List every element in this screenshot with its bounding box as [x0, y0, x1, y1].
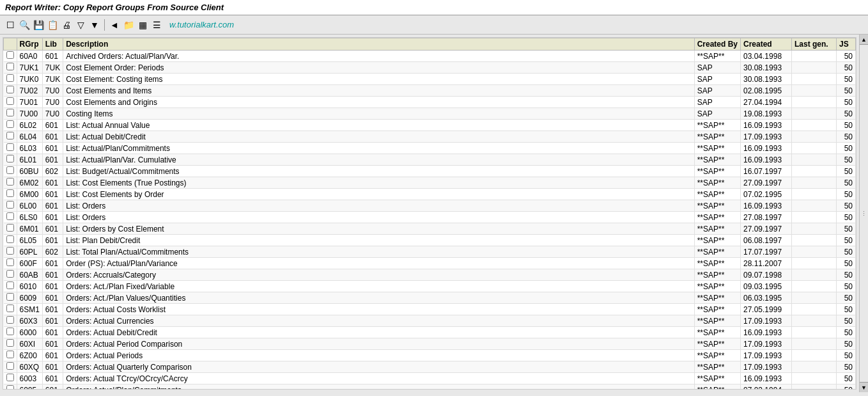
- table-row[interactable]: 7U027U0Cost Elements and ItemsSAP02.08.1…: [4, 85, 856, 97]
- row-checkbox-cell: [4, 246, 17, 258]
- row-checkbox[interactable]: [6, 178, 14, 186]
- row-checkbox[interactable]: [6, 362, 14, 370]
- table-row[interactable]: 6M02601List: Cost Elements (True Posting…: [4, 177, 856, 189]
- cell-js: 50: [837, 166, 856, 177]
- row-checkbox[interactable]: [6, 258, 14, 266]
- row-checkbox[interactable]: [6, 224, 14, 232]
- col-description[interactable]: Description: [63, 38, 694, 51]
- row-checkbox-cell: [4, 108, 17, 120]
- table-row[interactable]: 6L02601List: Actual Annual Value**SAP**1…: [4, 120, 856, 131]
- row-checkbox[interactable]: [6, 120, 14, 128]
- table-row[interactable]: 60XQ601Orders: Actual Quarterly Comparis…: [4, 361, 856, 373]
- table-row[interactable]: 7U017U0Cost Elements and OriginsSAP27.04…: [4, 97, 856, 108]
- table-row[interactable]: 6SM1601Orders: Actual Costs Worklist**SA…: [4, 304, 856, 315]
- row-checkbox[interactable]: [6, 351, 14, 358]
- col-lib[interactable]: Lib: [42, 38, 63, 51]
- table-row[interactable]: 60PL602List: Total Plan/Actual/Commitmen…: [4, 246, 856, 258]
- col-created-on[interactable]: Created: [741, 38, 792, 51]
- table-row[interactable]: 7UK07UKCost Element: Costing itemsSAP30.…: [4, 74, 856, 85]
- cell-created_by: **SAP**: [694, 223, 740, 235]
- row-checkbox[interactable]: [6, 51, 14, 59]
- row-checkbox[interactable]: [6, 86, 14, 93]
- cell-description: Order (PS): Actual/Plan/Variance: [63, 258, 694, 269]
- cell-created_on: 17.09.1993: [741, 315, 792, 327]
- table-row[interactable]: 6M00601List: Cost Elements by Order**SAP…: [4, 189, 856, 200]
- cell-created_on: 17.09.1993: [741, 350, 792, 361]
- cell-description: Cost Element Order: Periods: [63, 62, 694, 74]
- row-checkbox[interactable]: [6, 201, 14, 209]
- table-row[interactable]: 60A0601Archived Orders: Actual/Plan/Var.…: [4, 51, 856, 62]
- cell-created_on: 28.11.2007: [741, 258, 792, 269]
- row-checkbox[interactable]: [6, 293, 14, 301]
- col-last-gen[interactable]: Last gen.: [792, 38, 837, 51]
- table-row[interactable]: 6009601Orders: Act./Plan Values/Quantiti…: [4, 292, 856, 304]
- row-checkbox[interactable]: [6, 166, 14, 174]
- cell-rgrp: 6L02: [17, 120, 42, 131]
- table-row[interactable]: 60XI601Orders: Actual Period Comparison*…: [4, 338, 856, 350]
- row-checkbox[interactable]: [6, 374, 14, 381]
- col-js[interactable]: JS: [837, 38, 856, 51]
- table-row[interactable]: 6Z00601Orders: Actual Periods**SAP**17.0…: [4, 350, 856, 361]
- row-checkbox[interactable]: [6, 235, 14, 243]
- row-checkbox[interactable]: [6, 155, 14, 162]
- cell-js: 50: [837, 235, 856, 246]
- find-icon[interactable]: 🔍: [18, 19, 31, 31]
- new-icon[interactable]: ☐: [4, 19, 17, 31]
- row-checkbox[interactable]: [6, 328, 14, 335]
- row-checkbox[interactable]: [6, 212, 14, 220]
- grid-icon[interactable]: ▦: [136, 19, 149, 31]
- cell-lib: 601: [42, 327, 63, 338]
- row-checkbox[interactable]: [6, 305, 14, 312]
- print-icon[interactable]: 🖨: [60, 19, 73, 31]
- table-row[interactable]: 7UK17UKCost Element Order: PeriodsSAP30.…: [4, 62, 856, 74]
- cell-js: 50: [837, 154, 856, 166]
- row-checkbox[interactable]: [6, 109, 14, 116]
- scroll-up-btn[interactable]: ▲: [860, 35, 868, 45]
- row-checkbox[interactable]: [6, 270, 14, 278]
- row-checkbox[interactable]: [6, 132, 14, 139]
- table-row[interactable]: 6000601Orders: Actual Debit/Credit**SAP*…: [4, 327, 856, 338]
- row-checkbox[interactable]: [6, 189, 14, 197]
- table-row[interactable]: 6L05601List: Plan Debit/Credit**SAP**06.…: [4, 235, 856, 246]
- row-checkbox[interactable]: [6, 74, 14, 82]
- table-row[interactable]: 6003601Orders: Actual TCrcy/OCrcy/CAcrcy…: [4, 373, 856, 384]
- row-checkbox[interactable]: [6, 339, 14, 347]
- col-rgrp[interactable]: RGrp: [17, 38, 42, 51]
- row-checkbox[interactable]: [6, 63, 14, 70]
- filter1-icon[interactable]: ▽: [74, 19, 87, 31]
- table-row[interactable]: 6010601Orders: Act./Plan Fixed/Variable*…: [4, 281, 856, 292]
- table-row[interactable]: 6LS0601List: Orders**SAP**27.08.199750: [4, 212, 856, 223]
- table-row[interactable]: 6L01601List: Actual/Plan/Var. Cumulative…: [4, 154, 856, 166]
- col-created-by[interactable]: Created By: [694, 38, 740, 51]
- table-row[interactable]: 60AB601Orders: Accruals/Category**SAP**0…: [4, 269, 856, 281]
- cell-last_gen: [792, 97, 837, 108]
- row-checkbox[interactable]: [6, 247, 14, 255]
- table-row[interactable]: 6M01601List: Orders by Cost Element**SAP…: [4, 223, 856, 235]
- row-checkbox[interactable]: [6, 97, 14, 105]
- scroll-down-btn[interactable]: ▼: [860, 382, 868, 392]
- scrollbar-right: ▲ ⋮ ▼: [859, 35, 868, 392]
- cell-created_on: 19.08.1993: [741, 108, 792, 120]
- row-checkbox[interactable]: [6, 143, 14, 151]
- cell-js: 50: [837, 304, 856, 315]
- row-checkbox[interactable]: [6, 281, 14, 289]
- table-row[interactable]: 7U007U0Costing ItemsSAP19.08.199350: [4, 108, 856, 120]
- row-checkbox[interactable]: [6, 385, 14, 390]
- row-checkbox[interactable]: [6, 316, 14, 324]
- table-row[interactable]: 6L04601List: Actual Debit/Credit**SAP**1…: [4, 131, 856, 143]
- save-icon[interactable]: 💾: [32, 19, 45, 31]
- list-icon[interactable]: ☰: [150, 19, 163, 31]
- table-row[interactable]: 60X3601Orders: Actual Currencies**SAP**1…: [4, 315, 856, 327]
- back-nav-icon[interactable]: ◄: [108, 19, 121, 31]
- table-row[interactable]: 600F601Order (PS): Actual/Plan/Variance*…: [4, 258, 856, 269]
- cell-lib: 601: [42, 315, 63, 327]
- cell-description: Archived Orders: Actual/Plan/Var.: [63, 51, 694, 62]
- cell-created_by: **SAP**: [694, 315, 740, 327]
- table-row[interactable]: 6005601Orders: Actual/Plan/Commitments**…: [4, 384, 856, 390]
- table-row[interactable]: 6L03601List: Actual/Plan/Commitments**SA…: [4, 143, 856, 154]
- folder-icon[interactable]: 📁: [122, 19, 135, 31]
- save-as-icon[interactable]: 📋: [46, 19, 59, 31]
- filter2-icon[interactable]: ▼: [88, 19, 101, 31]
- table-row[interactable]: 6L00601List: Orders**SAP**16.09.199350: [4, 200, 856, 212]
- table-row[interactable]: 60BU602List: Budget/Actual/Commitments**…: [4, 166, 856, 177]
